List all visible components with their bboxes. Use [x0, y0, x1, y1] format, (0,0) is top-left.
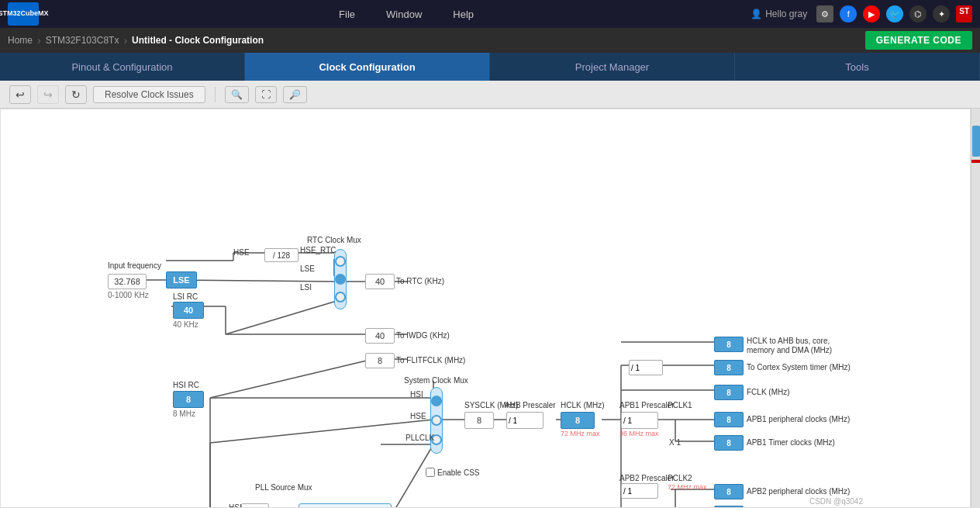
to-rtc-label: To RTC (KHz)	[396, 277, 444, 285]
pll-block	[298, 503, 392, 508]
hclk-max-label: 72 MHz max	[561, 430, 600, 437]
lsi-khz-label: 40 KHz	[173, 320, 198, 329]
twitter-icon[interactable]: 🐦	[886, 5, 903, 22]
tab-project[interactable]: Project Manager	[490, 53, 735, 81]
breadcrumb-bar: Home › STM32F103C8Tx › Untitled - Clock …	[0, 28, 980, 53]
youtube-icon[interactable]: ▶	[863, 5, 880, 22]
apb1-prescaler-label: APB1 Prescaler	[619, 401, 675, 410]
enable-css-checkbox[interactable]	[426, 468, 435, 477]
to-iwdg-box[interactable]: 40	[365, 328, 395, 344]
hclk-ahb2-label: memory and DMA (MHz)	[747, 346, 832, 354]
lsi-rc-box[interactable]: 40	[173, 302, 204, 319]
user-label: Hello gray	[765, 9, 807, 19]
tab-clock[interactable]: Clock Configuration	[245, 53, 490, 81]
nav-menu: File Window Help	[62, 9, 751, 20]
sys-mux-hse[interactable]	[431, 415, 442, 426]
generate-code-button[interactable]: GENERATE CODE	[865, 31, 972, 50]
apb2-prescaler-label: APB2 Prescaler	[619, 474, 675, 482]
toolbar-separator	[215, 87, 216, 102]
cortex-box[interactable]: 8	[714, 360, 744, 375]
menu-window[interactable]: Window	[386, 9, 422, 20]
hclk-ahb-box[interactable]: 8	[714, 337, 744, 352]
stm32-logo: STM32 CubeMX	[8, 2, 39, 26]
lse-button[interactable]: LSE	[166, 271, 197, 289]
hse-rtc-label: HSE_RTC	[300, 246, 336, 254]
apb1-periph-label: APB1 peripheral clocks (MHz)	[747, 415, 850, 423]
pclk2-label: PCLK2	[668, 474, 692, 482]
user-area: 👤 Hello gray ⚙ f ▶ 🐦 ⌬ ✦ ST	[751, 5, 972, 22]
breadcrumb-title: Untitled - Clock Configuration	[132, 35, 264, 46]
fclk-label: FCLK (MHz)	[747, 388, 790, 396]
cortex-div-select[interactable]: / 1	[629, 360, 663, 375]
apb1-max-label: 36 MHz max	[619, 430, 659, 437]
breadcrumb-chip[interactable]: STM32F103C8Tx	[46, 35, 119, 46]
top-bar: STM32 CubeMX File Window Help 👤 Hello gr…	[0, 0, 980, 28]
fit-button[interactable]: ⛶	[255, 86, 277, 103]
rtc-mux-radio-2[interactable]	[335, 274, 346, 285]
apb2-periph-label: APB2 peripheral clocks (MHz)	[747, 487, 850, 496]
to-rtc-box[interactable]: 40	[365, 274, 395, 289]
clock-diagram: Input frequency 32.768 0-1000 KHz LSE LS…	[1, 109, 869, 508]
enable-css-label[interactable]: Enable CSS	[426, 468, 479, 477]
hsi-div2-box[interactable]: / 2	[241, 503, 269, 508]
zoom-in-button[interactable]: 🔍	[225, 86, 249, 103]
hsi-pll-label: HSI	[229, 503, 242, 508]
to-flit-box[interactable]: 8	[365, 353, 395, 368]
zoom-out-button[interactable]: 🔍	[283, 86, 307, 103]
refresh-button[interactable]: ↻	[65, 85, 87, 104]
redo-button[interactable]: ↪	[37, 85, 59, 104]
to-iwdg-label: To IWDG (KHz)	[396, 331, 450, 340]
hsi-rc-box[interactable]: 8	[173, 391, 204, 408]
hsi-rc-label: HSI RC	[173, 381, 199, 389]
hse-top-label: HSE	[233, 248, 250, 257]
breadcrumb-home[interactable]: Home	[8, 35, 33, 46]
apb1-timer-box[interactable]: 8	[714, 435, 744, 451]
resolve-clock-button[interactable]: Resolve Clock Issues	[93, 86, 205, 103]
sys-mux-hsi[interactable]	[431, 396, 442, 406]
tab-pinout[interactable]: Pinout & Configuration	[0, 53, 245, 81]
apb1-timer-label: APB1 Timer clocks (MHz)	[747, 438, 835, 447]
social-icons: ⚙ f ▶ 🐦 ⌬ ✦ ST	[816, 5, 972, 22]
rtc-mux-radio-1[interactable]	[335, 256, 346, 267]
lse-freq-box[interactable]: 32.768	[108, 274, 147, 289]
hsi-mhz-label: 8 MHz	[173, 410, 195, 418]
rtc-mux-radio-3[interactable]	[335, 292, 346, 302]
apb2-div-select[interactable]: / 1	[621, 483, 658, 499]
fclk-box[interactable]: 8	[714, 385, 744, 400]
menu-help[interactable]: Help	[453, 9, 474, 20]
tab-bar: Pinout & Configuration Clock Configurati…	[0, 53, 980, 81]
sys-clk-mux-label: System Clock Mux	[404, 376, 468, 385]
menu-file[interactable]: File	[339, 9, 355, 20]
sys-clk-mux-block	[430, 387, 443, 454]
scrollbar-thumb[interactable]	[972, 126, 980, 157]
github-icon[interactable]: ⌬	[909, 5, 927, 22]
right-scrollbar[interactable]	[971, 109, 980, 508]
hsi-mux-label: HSI	[410, 390, 423, 399]
hse-128-box[interactable]: / 128	[264, 248, 298, 262]
hclk-box[interactable]: 8	[561, 412, 595, 429]
apb2-periph-box[interactable]: 8	[714, 484, 744, 499]
apb1-periph-box[interactable]: 8	[714, 412, 744, 427]
ahb-div-select[interactable]: / 1	[506, 412, 543, 429]
network-icon[interactable]: ✦	[933, 5, 950, 22]
pclk2-max-label: 72 MHz max	[668, 483, 707, 491]
rtc-mux-block	[334, 249, 347, 309]
tab-tools[interactable]: Tools	[735, 53, 980, 81]
watermark: CSDN @q3042	[809, 497, 863, 506]
logo-area: STM32 CubeMX	[8, 2, 39, 26]
hclk-label: HCLK (MHz)	[561, 401, 605, 410]
svg-line-15	[210, 359, 373, 398]
cortex-timer-label: To Cortex System timer (MHz)	[747, 363, 851, 371]
main-area: Input frequency 32.768 0-1000 KHz LSE LS…	[0, 109, 980, 508]
hclk-ahb-label: HCLK to AHB bus, core,	[747, 337, 830, 345]
to-flit-label: To FLITFCLK (MHz)	[396, 356, 465, 365]
pllclk-mux-label: PLLCLK	[405, 434, 434, 442]
settings-icon[interactable]: ⚙	[816, 5, 833, 22]
breadcrumb-sep-2: ›	[123, 34, 127, 47]
clock-canvas: Input frequency 32.768 0-1000 KHz LSE LS…	[0, 109, 971, 508]
pclk1-label: PCLK1	[668, 401, 692, 410]
sysclk-box[interactable]: 8	[464, 412, 494, 429]
facebook-icon[interactable]: f	[840, 5, 857, 22]
apb1-div-select[interactable]: / 1	[621, 412, 658, 429]
undo-button[interactable]: ↩	[9, 85, 31, 104]
